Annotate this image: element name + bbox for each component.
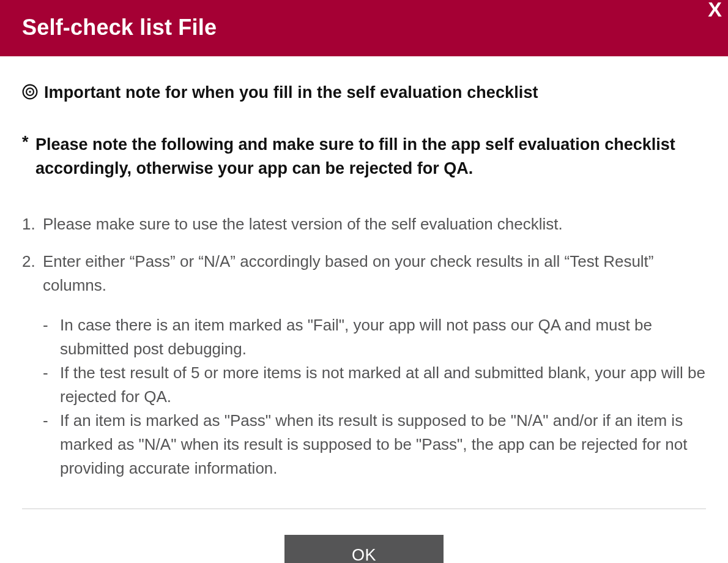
asterisk-icon: *	[22, 133, 35, 181]
sub-item: - In case there is an item marked as "Fa…	[43, 313, 706, 361]
ok-button[interactable]: OK	[284, 535, 444, 563]
list-item-1: 1. Please make sure to use the latest ve…	[22, 212, 706, 236]
dash-icon: -	[43, 313, 60, 361]
list-item-2: 2. Enter either “Pass” or “N/A” accordin…	[22, 250, 706, 297]
sub-text: In case there is an item marked as "Fail…	[60, 313, 706, 361]
list-text: Enter either “Pass” or “N/A” accordingly…	[43, 250, 706, 297]
dialog-header: Self-check list File X	[0, 0, 728, 56]
dash-icon: -	[43, 409, 60, 480]
note-heading-row: Important note for when you fill in the …	[22, 83, 706, 102]
note-heading: Important note for when you fill in the …	[44, 83, 538, 102]
dialog-body: Important note for when you fill in the …	[0, 56, 728, 563]
warning-text: Please note the following and make sure …	[35, 133, 706, 181]
svg-point-2	[29, 91, 31, 92]
dialog-footer: OK	[22, 509, 706, 563]
list-number: 1.	[22, 212, 43, 236]
close-icon[interactable]: X	[708, 0, 722, 20]
sub-item: - If an item is marked as "Pass" when it…	[43, 409, 706, 480]
sub-text: If an item is marked as "Pass" when its …	[60, 409, 706, 480]
dash-icon: -	[43, 361, 60, 409]
list-text: Please make sure to use the latest versi…	[43, 212, 706, 236]
sub-item: - If the test result of 5 or more items …	[43, 361, 706, 409]
list-number: 2.	[22, 250, 43, 297]
self-check-dialog: Self-check list File X Important note fo…	[0, 0, 728, 563]
sub-list: - In case there is an item marked as "Fa…	[43, 313, 706, 480]
bullseye-icon	[22, 84, 38, 102]
sub-text: If the test result of 5 or more items is…	[60, 361, 706, 409]
dialog-title: Self-check list File	[22, 15, 706, 40]
warning-row: * Please note the following and make sur…	[22, 133, 706, 181]
